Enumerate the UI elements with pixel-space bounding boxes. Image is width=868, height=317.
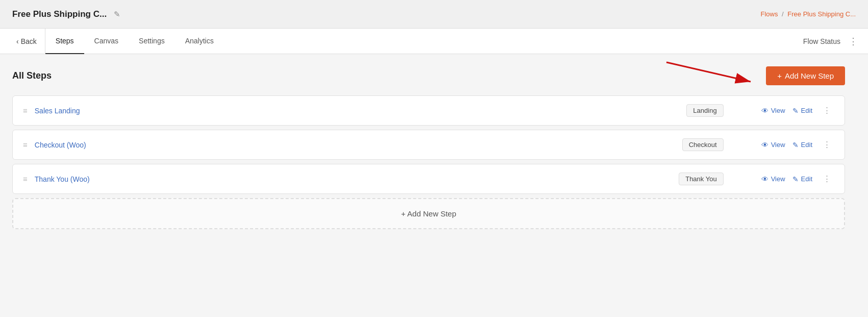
steps-header: All Steps + Add New Step: [12, 66, 845, 85]
step-badge-checkout-woo: Checkout: [682, 138, 724, 151]
eye-icon-sales-landing: 👁: [761, 107, 768, 115]
arrow-annotation: [651, 57, 763, 93]
add-new-step-plus-icon: +: [777, 71, 782, 80]
tab-settings[interactable]: Settings: [129, 29, 175, 54]
tab-analytics[interactable]: Analytics: [175, 29, 224, 54]
nav-tabs-left: ‹ Back Steps Canvas Settings Analytics: [8, 29, 224, 54]
tab-canvas-label: Canvas: [94, 37, 118, 45]
row-more-icon-thank-you-woo[interactable]: ⋮: [820, 173, 834, 185]
row-more-icon-checkout-woo[interactable]: ⋮: [820, 138, 834, 151]
back-button[interactable]: ‹ Back: [8, 29, 45, 54]
step-row-sales-landing: ≡ Sales Landing Landing 👁 View ✎ Edit ⋮: [12, 95, 845, 126]
step-badge-sales-landing: Landing: [686, 104, 723, 117]
top-header: Free Plus Shipping C... ✎ Flows / Free P…: [0, 0, 868, 29]
nav-tabs: ‹ Back Steps Canvas Settings Analytics F…: [0, 29, 868, 54]
edit-button-thank-you-woo[interactable]: ✎ Edit: [792, 175, 812, 183]
back-label: Back: [21, 37, 37, 45]
edit-icon-thank-you-woo: ✎: [792, 175, 799, 183]
view-button-sales-landing[interactable]: 👁 View: [761, 107, 785, 115]
step-actions-checkout-woo: 👁 View ✎ Edit ⋮: [761, 138, 834, 151]
header-left: Free Plus Shipping C... ✎: [12, 8, 122, 21]
edit-icon-checkout-woo: ✎: [792, 141, 799, 149]
main-content: All Steps + Add New Step ≡ Sales Landing…: [0, 54, 857, 241]
breadcrumb-current: Free Plus Shipping C...: [787, 10, 856, 18]
eye-icon-thank-you-woo: 👁: [761, 175, 768, 183]
add-new-step-label: Add New Step: [785, 71, 834, 80]
edit-label-checkout-woo: Edit: [801, 141, 812, 149]
step-name-thank-you-woo[interactable]: Thank You (Woo): [35, 175, 672, 183]
step-name-sales-landing[interactable]: Sales Landing: [35, 107, 680, 115]
edit-title-button[interactable]: ✎: [112, 8, 122, 21]
steps-section-title: All Steps: [12, 70, 52, 81]
edit-button-checkout-woo[interactable]: ✎ Edit: [792, 141, 812, 149]
edit-button-sales-landing[interactable]: ✎ Edit: [792, 107, 812, 115]
view-label-checkout-woo: View: [771, 141, 785, 149]
view-label-thank-you-woo: View: [771, 175, 785, 183]
step-actions-thank-you-woo: 👁 View ✎ Edit ⋮: [761, 173, 834, 185]
step-name-checkout-woo[interactable]: Checkout (Woo): [35, 141, 675, 149]
tab-analytics-label: Analytics: [185, 37, 214, 45]
add-step-bottom-area[interactable]: + Add New Step: [12, 198, 845, 229]
back-arrow-icon: ‹: [16, 37, 19, 45]
row-more-icon-sales-landing[interactable]: ⋮: [820, 104, 834, 117]
view-button-checkout-woo[interactable]: 👁 View: [761, 141, 785, 149]
breadcrumb-flows-link[interactable]: Flows: [760, 10, 778, 18]
step-badge-thank-you-woo: Thank You: [679, 173, 723, 185]
nav-more-icon[interactable]: ⋮: [847, 34, 860, 49]
svg-line-1: [666, 62, 751, 82]
drag-handle-icon-checkout[interactable]: ≡: [23, 140, 28, 149]
steps-list: ≡ Sales Landing Landing 👁 View ✎ Edit ⋮ …: [12, 95, 845, 194]
tab-steps[interactable]: Steps: [45, 29, 84, 54]
eye-icon-checkout-woo: 👁: [761, 141, 768, 149]
edit-label-thank-you-woo: Edit: [801, 175, 812, 183]
tab-canvas[interactable]: Canvas: [84, 29, 129, 54]
drag-handle-icon[interactable]: ≡: [23, 106, 28, 115]
flow-status-button[interactable]: Flow Status: [803, 37, 840, 45]
nav-tabs-right: Flow Status ⋮: [803, 34, 860, 49]
add-step-bottom-label: + Add New Step: [401, 209, 456, 218]
tab-settings-label: Settings: [139, 37, 165, 45]
step-row-checkout-woo: ≡ Checkout (Woo) Checkout 👁 View ✎ Edit …: [12, 130, 845, 160]
add-new-step-button-top[interactable]: + Add New Step: [766, 66, 845, 85]
edit-label-sales-landing: Edit: [801, 107, 812, 114]
drag-handle-icon-thankyou[interactable]: ≡: [23, 175, 28, 183]
view-label-sales-landing: View: [771, 107, 785, 114]
step-row-thank-you-woo: ≡ Thank You (Woo) Thank You 👁 View ✎ Edi…: [12, 164, 845, 194]
page-title: Free Plus Shipping C...: [12, 9, 107, 19]
tab-steps-label: Steps: [56, 37, 74, 45]
step-actions-sales-landing: 👁 View ✎ Edit ⋮: [761, 104, 834, 117]
view-button-thank-you-woo[interactable]: 👁 View: [761, 175, 785, 183]
breadcrumb-separator: /: [782, 10, 784, 18]
breadcrumb: Flows / Free Plus Shipping C...: [760, 10, 856, 18]
edit-icon-sales-landing: ✎: [792, 107, 799, 115]
